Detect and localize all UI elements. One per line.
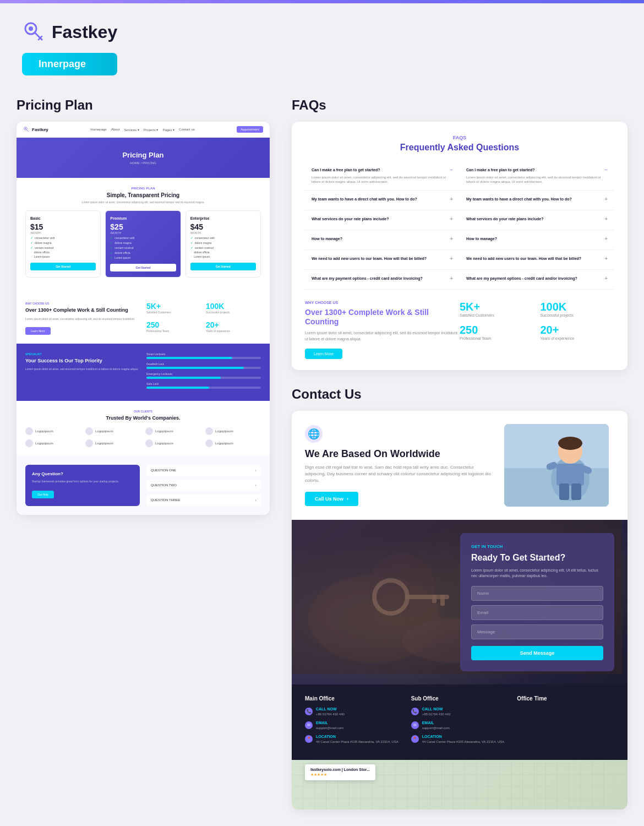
- faqs-section-title: FAQs: [292, 97, 627, 113]
- faq-questions-list: QUESTION ONE › QUESTION TWO › QUESTION T…: [146, 465, 261, 506]
- office-time-col: Office Time: [517, 695, 614, 749]
- main-office-title: Main Office: [305, 695, 402, 702]
- faq-question: What are my payment options - credit car…: [312, 276, 423, 280]
- main-office-phone: 📞 CALL NOW +88 01794 430 440: [305, 707, 402, 716]
- sub-phone-label: CALL NOW: [422, 707, 451, 711]
- faq-item[interactable]: What services do your rate plans include…: [460, 210, 614, 230]
- faq-item[interactable]: What are my payment options - credit car…: [460, 270, 614, 290]
- skills-col: Smart Locksets Deadbolt Lock Emergency L…: [146, 352, 261, 392]
- faq-item[interactable]: My team wants to have a direct chat with…: [460, 191, 614, 210]
- skill-bar-bg: [146, 377, 261, 379]
- faq-question: What are my payment options - credit car…: [466, 276, 577, 280]
- office-time-title: Office Time: [517, 695, 614, 702]
- skill-bar-bg: [146, 387, 261, 389]
- faq-item[interactable]: We need to add new users to our team. Ho…: [305, 250, 460, 270]
- svg-line-6: [26, 129, 29, 132]
- pricing-feature: ○ dolore officia: [30, 251, 96, 254]
- faq-stat-label: Successful projects: [541, 313, 615, 317]
- ready-section: GET IN TOUCH Ready To Get Started? Lorem…: [292, 520, 627, 684]
- logo-circle: [145, 439, 153, 447]
- svg-rect-13: [559, 483, 569, 500]
- faq-question-item[interactable]: QUESTION ONE ›: [146, 465, 261, 476]
- spec-label: SPECIALIST: [25, 352, 140, 356]
- plan-name: Basic: [30, 216, 96, 220]
- skill-bar-item: Safe Lock: [146, 382, 261, 389]
- arrow-icon: ›: [347, 496, 348, 502]
- learn-more-button[interactable]: Learn More: [25, 327, 51, 335]
- feature-check-icon: ○: [30, 255, 32, 258]
- trusted-section: OUR CLIENTS Trusted By World's Companies…: [17, 401, 270, 456]
- pricing-feature: ✓ veniam nostrud: [190, 246, 256, 249]
- map-rating: ★★★★★: [310, 773, 370, 777]
- faq-item[interactable]: How to manage? +: [460, 230, 614, 250]
- logo-item: Logopipsum: [85, 427, 141, 435]
- faq-toggle-icon: +: [450, 236, 453, 242]
- any-question-box: Any Question? Startup framework provides…: [25, 465, 140, 506]
- skill-label: Smart Locksets: [146, 352, 261, 356]
- faq-item[interactable]: Can I make a free plan to get started? −…: [460, 161, 614, 191]
- message-input[interactable]: [471, 624, 603, 639]
- logo-text: Logopipsum: [215, 430, 233, 433]
- feature-check-icon: ✓: [190, 236, 193, 240]
- pricing-title: Simple, Transparent Pricing: [25, 192, 261, 198]
- faq-why-left: WHY CHOOSE US Over 1300+ Complete Work &…: [305, 301, 460, 360]
- spec-title: Your Success Is Our Top Priority: [25, 358, 140, 365]
- logo-text: Logopipsum: [155, 442, 173, 445]
- logo-circle: [25, 427, 33, 435]
- contact-section-title: Contact Us: [292, 387, 627, 402]
- person-illustration: [504, 424, 609, 507]
- stat-item: 100K Successful projects: [206, 302, 261, 316]
- faq-question-text: QUESTION TWO: [151, 483, 177, 487]
- faq-stat-item: 5K+ Satisfied Customers: [460, 301, 534, 317]
- faq-item[interactable]: How to manage? +: [305, 230, 460, 250]
- faq-question: Can I make a free plan to get started?: [312, 168, 380, 172]
- pricing-card: Premium $25 /MONTH ✓ consectetur velit ✓…: [105, 210, 181, 278]
- faq-toggle-icon: +: [450, 275, 453, 281]
- get-help-button[interactable]: Get Help: [32, 491, 54, 498]
- faqs-card: FAQS Frequently Asked Questions Can I ma…: [292, 122, 627, 370]
- faq-stat-number: 20+: [541, 324, 615, 336]
- sub-phone-value: +88 01794 430 442: [422, 712, 451, 716]
- faq-question-item[interactable]: QUESTION THREE ›: [146, 494, 261, 506]
- faq-why-desc: Lorem ipsum dolor sit amet, consectetur …: [305, 330, 460, 342]
- logos-grid: Logopipsum Logopipsum Logopipsum Logopip…: [25, 427, 261, 447]
- faq-question: My team wants to have a direct chat with…: [466, 197, 572, 201]
- ready-form-box: GET IN TOUCH Ready To Get Started? Lorem…: [460, 533, 614, 671]
- logo-icon: [22, 20, 46, 44]
- why-title: Over 1300+ Complete Work & Still Countin…: [25, 307, 140, 314]
- faq-item[interactable]: What are my payment options - credit car…: [305, 270, 460, 290]
- faq-item[interactable]: What services do your rate plans include…: [305, 210, 460, 230]
- specialist-left: SPECIALIST Your Success Is Our Top Prior…: [25, 352, 140, 392]
- faq-item[interactable]: We need to add new users to our team. Ho…: [460, 250, 614, 270]
- faq-toggle-icon: +: [604, 256, 608, 262]
- why-label: WHY CHOOSE US: [25, 302, 140, 305]
- ready-title: Ready To Get Started?: [471, 552, 603, 563]
- faq-answer: Lorem ipsum dolor sit amet, consectetur …: [466, 175, 608, 184]
- name-input[interactable]: [471, 586, 603, 601]
- faq-question-item[interactable]: QUESTION TWO ›: [146, 480, 261, 491]
- pricing-label: PRICING PLAN: [25, 187, 261, 190]
- faq-item[interactable]: Can I make a free plan to get started? −…: [305, 161, 460, 191]
- call-now-button[interactable]: Call Us Now ›: [305, 492, 358, 506]
- stat-number: 250: [146, 320, 201, 329]
- plan-period: /MONTH: [190, 231, 256, 235]
- stat-item: 20+ Years of experience: [206, 320, 261, 335]
- worldwide-content: 🌐 We Are Based On Worldwide Dign esse cl…: [305, 425, 495, 507]
- get-started-button[interactable]: Get Started: [110, 264, 176, 271]
- phone-value: +88 01794 430 440: [316, 712, 345, 716]
- faq-toggle-icon: +: [450, 196, 453, 202]
- pricing-feature: ✓ dolore magna: [110, 241, 176, 244]
- faq-item[interactable]: My team wants to have a direct chat with…: [305, 191, 460, 210]
- email-input[interactable]: [471, 605, 603, 620]
- get-started-button[interactable]: Get Started: [30, 263, 96, 270]
- skill-bar-fill: [146, 357, 232, 359]
- footer-contact: Main Office 📞 CALL NOW +88 01794 430 440…: [292, 684, 627, 760]
- send-message-button[interactable]: Send Message: [471, 646, 603, 660]
- faq-learn-more-button[interactable]: Learn More: [305, 349, 342, 359]
- faq-question: What services do your rate plans include…: [466, 217, 543, 221]
- mini-nav-btn[interactable]: Appointment: [237, 126, 263, 133]
- plan-period: /MONTH: [30, 231, 96, 235]
- faq-question: How to manage?: [312, 237, 342, 241]
- stat-label: Satisfied Customers: [146, 311, 201, 314]
- get-started-button[interactable]: Get Started: [190, 263, 256, 270]
